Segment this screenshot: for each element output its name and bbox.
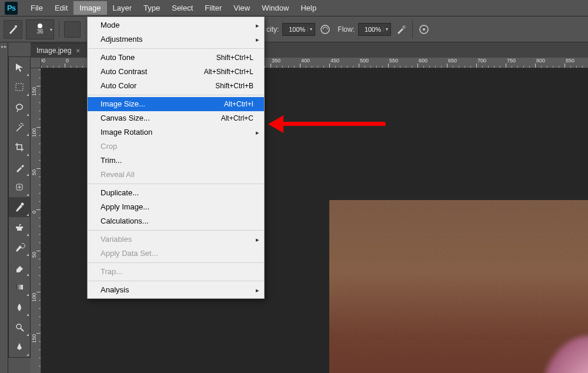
menu-item-image-size[interactable]: Image Size...Alt+Ctrl+I bbox=[88, 97, 264, 111]
menu-item-analysis[interactable]: Analysis bbox=[88, 283, 264, 297]
menu-item-label: Image Rotation bbox=[101, 127, 152, 138]
svg-point-0 bbox=[15, 25, 17, 28]
menu-item-duplicate[interactable]: Duplicate... bbox=[88, 186, 264, 200]
opacity-value: 100% bbox=[285, 26, 308, 33]
brush-preset-picker[interactable]: 36 ▾ bbox=[26, 19, 54, 39]
eyedropper-tool[interactable] bbox=[9, 157, 30, 177]
chevron-right-icon: ▸▸ bbox=[0, 42, 8, 49]
eraser-tool[interactable] bbox=[9, 257, 30, 277]
menu-item-label: Canvas Size... bbox=[101, 113, 150, 124]
menu-item-label: Reveal All bbox=[101, 169, 135, 180]
document-image bbox=[329, 200, 588, 373]
menu-item-mode[interactable]: Mode bbox=[88, 18, 264, 32]
gradient-tool[interactable] bbox=[9, 277, 30, 297]
menu-item-shortcut: Shift+Ctrl+B bbox=[215, 81, 253, 91]
flow-label: Flow: bbox=[338, 25, 355, 34]
menu-image[interactable]: Image bbox=[74, 1, 106, 15]
menu-item-canvas-size[interactable]: Canvas Size...Alt+Ctrl+C bbox=[88, 111, 264, 125]
menu-item-label: Apply Image... bbox=[101, 202, 149, 212]
menu-help[interactable]: Help bbox=[295, 1, 322, 15]
history-brush-tool[interactable] bbox=[9, 237, 30, 257]
menu-item-auto-contrast[interactable]: Auto ContrastAlt+Shift+Ctrl+L bbox=[88, 65, 264, 79]
menu-window[interactable]: Window bbox=[256, 1, 295, 15]
chevron-down-icon: ▾ bbox=[50, 26, 52, 32]
move-tool[interactable] bbox=[9, 57, 30, 77]
opacity-label: city: bbox=[266, 25, 279, 34]
menu-item-shortcut: Alt+Shift+Ctrl+L bbox=[204, 66, 253, 77]
brush-size-value: 36 bbox=[36, 28, 43, 35]
menu-item-trim[interactable]: Trim... bbox=[88, 154, 264, 168]
menu-bar: Ps FileEditImageLayerTypeSelectFilterVie… bbox=[0, 0, 588, 16]
flow-field[interactable]: 100%▾ bbox=[358, 23, 391, 36]
arrow-line bbox=[282, 122, 386, 126]
menu-item-crop: Crop bbox=[88, 139, 264, 154]
image-menu-dropdown: ModeAdjustmentsAuto ToneShift+Ctrl+LAuto… bbox=[87, 16, 265, 299]
menu-separator bbox=[88, 184, 263, 184]
menu-item-calculations[interactable]: Calculations... bbox=[88, 214, 264, 228]
brush-panel-toggle[interactable] bbox=[64, 21, 81, 38]
app-logo: Ps bbox=[5, 2, 18, 15]
menu-item-apply-image[interactable]: Apply Image... bbox=[88, 200, 264, 214]
menu-layer[interactable]: Layer bbox=[107, 1, 138, 15]
panel-collapse-strip[interactable]: ▸▸ bbox=[0, 42, 8, 373]
menu-item-label: Apply Data Set... bbox=[101, 248, 158, 259]
svg-point-9 bbox=[16, 324, 21, 329]
menu-item-shortcut: Alt+Ctrl+I bbox=[224, 99, 253, 109]
menu-item-label: Variables bbox=[101, 234, 132, 245]
ruler-origin[interactable] bbox=[31, 58, 41, 68]
menu-item-label: Adjustments bbox=[101, 34, 143, 45]
svg-point-7 bbox=[21, 203, 24, 206]
image-content bbox=[541, 335, 588, 373]
menu-item-label: Auto Contrast bbox=[101, 66, 148, 77]
menu-item-label: Image Size... bbox=[101, 99, 145, 109]
menu-select[interactable]: Select bbox=[166, 1, 199, 15]
dodge-tool[interactable] bbox=[9, 317, 30, 337]
flow-value: 100% bbox=[361, 26, 383, 33]
menu-edit[interactable]: Edit bbox=[49, 1, 74, 15]
healing-brush-tool[interactable] bbox=[9, 177, 30, 197]
svg-point-2 bbox=[403, 26, 405, 28]
airbrush-icon[interactable] bbox=[395, 23, 407, 36]
pen-tool[interactable] bbox=[9, 337, 30, 357]
separator bbox=[59, 21, 59, 38]
tool-preset-picker[interactable] bbox=[4, 20, 22, 39]
close-icon[interactable]: × bbox=[76, 47, 79, 54]
menu-item-label: Trim... bbox=[101, 155, 122, 166]
menu-item-label: Auto Color bbox=[101, 81, 136, 91]
menu-file[interactable]: File bbox=[25, 1, 49, 15]
tablet-pressure-opacity-icon[interactable] bbox=[319, 23, 332, 36]
tablet-pressure-size-icon[interactable] bbox=[417, 23, 430, 36]
app-logo-text: Ps bbox=[7, 4, 15, 12]
svg-rect-8 bbox=[16, 285, 23, 289]
menu-type[interactable]: Type bbox=[138, 1, 166, 15]
menu-item-adjustments[interactable]: Adjustments bbox=[88, 32, 264, 46]
menu-item-label: Duplicate... bbox=[101, 188, 139, 198]
menu-item-auto-color[interactable]: Auto ColorShift+Ctrl+B bbox=[88, 79, 264, 93]
svg-point-1 bbox=[321, 25, 329, 34]
menu-separator bbox=[88, 48, 263, 49]
menu-separator bbox=[88, 281, 263, 281]
marquee-tool[interactable] bbox=[9, 77, 30, 97]
menu-item-shortcut: Alt+Ctrl+C bbox=[221, 113, 253, 124]
brush-tool[interactable] bbox=[9, 197, 30, 217]
blur-tool[interactable] bbox=[9, 297, 30, 317]
brush-preview-icon bbox=[38, 24, 42, 28]
crop-tool[interactable] bbox=[9, 137, 30, 157]
lasso-tool[interactable] bbox=[9, 97, 30, 117]
ruler-vertical[interactable]: 20015010050050100150200 bbox=[31, 68, 41, 373]
chevron-down-icon: ▾ bbox=[383, 26, 388, 32]
menu-filter[interactable]: Filter bbox=[199, 1, 228, 15]
menu-item-label: Analysis bbox=[101, 285, 129, 295]
magic-wand-tool[interactable] bbox=[9, 117, 30, 137]
document-tab-title: Image.jpeg bbox=[36, 46, 71, 55]
document-tab[interactable]: Image.jpeg × bbox=[31, 43, 88, 58]
menu-view[interactable]: View bbox=[228, 1, 256, 15]
opacity-field[interactable]: 100%▾ bbox=[282, 23, 315, 36]
svg-point-4 bbox=[423, 28, 425, 31]
menu-item-auto-tone[interactable]: Auto ToneShift+Ctrl+L bbox=[88, 51, 264, 65]
menu-item-image-rotation[interactable]: Image Rotation bbox=[88, 125, 264, 139]
clone-stamp-tool[interactable] bbox=[9, 217, 30, 237]
menu-item-label: Trap... bbox=[101, 267, 122, 277]
menu-item-shortcut: Shift+Ctrl+L bbox=[216, 52, 253, 63]
menu-item-reveal-all: Reveal All bbox=[88, 168, 264, 182]
